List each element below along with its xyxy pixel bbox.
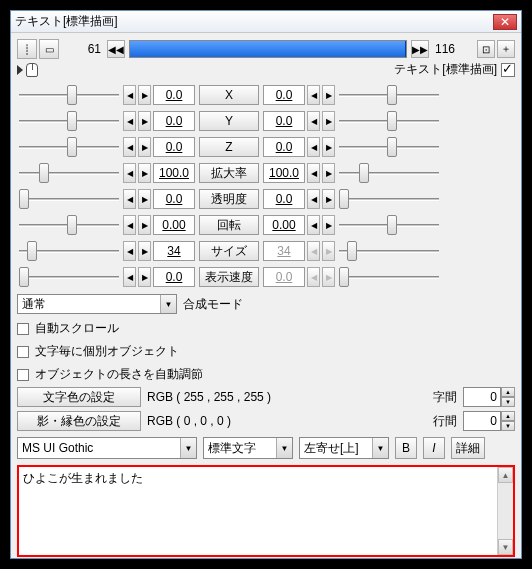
param-label-button[interactable]: X — [199, 85, 259, 105]
slider-right[interactable] — [339, 215, 439, 235]
inc-right-icon[interactable]: ▶ — [322, 215, 335, 235]
param-label-button[interactable]: サイズ — [199, 241, 259, 261]
inc-left-icon[interactable]: ▶ — [138, 163, 151, 183]
slider-left[interactable] — [19, 267, 119, 287]
dec-left-icon[interactable]: ◀ — [123, 189, 136, 209]
inc-left-icon[interactable]: ▶ — [138, 241, 151, 261]
align-select[interactable]: 左寄せ[上]▼ — [299, 437, 389, 459]
slider-left[interactable] — [19, 241, 119, 261]
slider-right[interactable] — [339, 85, 439, 105]
tool-icon-1[interactable]: ┊ — [17, 39, 37, 59]
slider-right[interactable] — [339, 163, 439, 183]
shadow-color-button[interactable]: 影・縁色の設定 — [17, 411, 141, 431]
inc-left-icon[interactable]: ▶ — [138, 85, 151, 105]
dec-right-icon[interactable]: ◀ — [307, 111, 320, 131]
value-right[interactable]: 0.0 — [263, 85, 305, 105]
font-family-select[interactable]: MS UI Gothic▼ — [17, 437, 197, 459]
value-right[interactable]: 0.0 — [263, 267, 305, 287]
dec-right-icon[interactable]: ◀ — [307, 267, 320, 287]
slider-left[interactable] — [19, 163, 119, 183]
value-right[interactable]: 0.0 — [263, 111, 305, 131]
slider-left[interactable] — [19, 111, 119, 131]
inc-left-icon[interactable]: ▶ — [138, 111, 151, 131]
param-label-button[interactable]: 回転 — [199, 215, 259, 235]
close-button[interactable]: ✕ — [493, 14, 517, 30]
param-label-button[interactable]: Z — [199, 137, 259, 157]
italic-button[interactable]: I — [423, 437, 445, 459]
inc-left-icon[interactable]: ▶ — [138, 189, 151, 209]
value-left[interactable]: 0.0 — [153, 111, 195, 131]
dec-left-icon[interactable]: ◀ — [123, 137, 136, 157]
param-label-button[interactable]: 透明度 — [199, 189, 259, 209]
rewind-button[interactable]: ◀◀ — [107, 40, 125, 58]
dec-left-icon[interactable]: ◀ — [123, 241, 136, 261]
value-left[interactable]: 0.0 — [153, 267, 195, 287]
forward-button[interactable]: ▶▶ — [411, 40, 429, 58]
value-left[interactable]: 0.00 — [153, 215, 195, 235]
object-enable-checkbox[interactable] — [501, 63, 515, 77]
value-right[interactable]: 0.0 — [263, 189, 305, 209]
dec-left-icon[interactable]: ◀ — [123, 163, 136, 183]
value-left[interactable]: 0.0 — [153, 189, 195, 209]
inc-left-icon[interactable]: ▶ — [138, 267, 151, 287]
leading-spin[interactable]: ▲▼ — [463, 411, 515, 431]
slider-right[interactable] — [339, 111, 439, 131]
dec-right-icon[interactable]: ◀ — [307, 163, 320, 183]
text-color-button[interactable]: 文字色の設定 — [17, 387, 141, 407]
inc-right-icon[interactable]: ▶ — [322, 241, 335, 261]
inc-right-icon[interactable]: ▶ — [322, 267, 335, 287]
scroll-up-icon[interactable]: ▲ — [498, 467, 513, 483]
inc-left-icon[interactable]: ▶ — [138, 137, 151, 157]
slider-left[interactable] — [19, 189, 119, 209]
value-right[interactable]: 0.00 — [263, 215, 305, 235]
tool-icon-2[interactable]: ▭ — [39, 39, 59, 59]
slider-right[interactable] — [339, 137, 439, 157]
param-label-button[interactable]: 拡大率 — [199, 163, 259, 183]
spin-up-icon[interactable]: ▲ — [501, 387, 515, 397]
inc-right-icon[interactable]: ▶ — [322, 111, 335, 131]
expand-icon[interactable] — [17, 65, 23, 75]
spin-down-icon[interactable]: ▼ — [501, 397, 515, 407]
dec-left-icon[interactable]: ◀ — [123, 85, 136, 105]
slider-left[interactable] — [19, 215, 119, 235]
slider-right[interactable] — [339, 267, 439, 287]
dec-right-icon[interactable]: ◀ — [307, 85, 320, 105]
pin-button[interactable]: ⊡ — [477, 40, 495, 58]
value-left[interactable]: 0.0 — [153, 85, 195, 105]
spacing-input[interactable] — [463, 387, 501, 407]
inc-right-icon[interactable]: ▶ — [322, 163, 335, 183]
scroll-down-icon[interactable]: ▼ — [498, 539, 513, 555]
scrollbar[interactable]: ▲ ▼ — [497, 467, 513, 555]
param-label-button[interactable]: Y — [199, 111, 259, 131]
value-right[interactable]: 0.0 — [263, 137, 305, 157]
bold-button[interactable]: B — [395, 437, 417, 459]
leading-input[interactable] — [463, 411, 501, 431]
slider-left[interactable] — [19, 85, 119, 105]
check-autolen[interactable]: オブジェクトの長さを自動調節 — [17, 366, 515, 383]
inc-right-icon[interactable]: ▶ — [322, 189, 335, 209]
dec-right-icon[interactable]: ◀ — [307, 137, 320, 157]
slider-right[interactable] — [339, 189, 439, 209]
spacing-spin[interactable]: ▲▼ — [463, 387, 515, 407]
value-right[interactable]: 100.0 — [263, 163, 305, 183]
value-left[interactable]: 100.0 — [153, 163, 195, 183]
dec-left-icon[interactable]: ◀ — [123, 267, 136, 287]
timeline-bar[interactable] — [129, 40, 407, 58]
add-button[interactable]: ＋ — [497, 40, 515, 58]
text-input[interactable] — [19, 467, 497, 555]
inc-right-icon[interactable]: ▶ — [322, 137, 335, 157]
value-left[interactable]: 0.0 — [153, 137, 195, 157]
dec-left-icon[interactable]: ◀ — [123, 111, 136, 131]
dec-right-icon[interactable]: ◀ — [307, 189, 320, 209]
detail-button[interactable]: 詳細 — [451, 437, 485, 459]
value-left[interactable]: 34 — [153, 241, 195, 261]
blend-select[interactable]: 通常 ▼ — [17, 294, 177, 314]
param-label-button[interactable]: 表示速度 — [199, 267, 259, 287]
dec-right-icon[interactable]: ◀ — [307, 215, 320, 235]
inc-left-icon[interactable]: ▶ — [138, 215, 151, 235]
inc-right-icon[interactable]: ▶ — [322, 85, 335, 105]
slider-left[interactable] — [19, 137, 119, 157]
slider-right[interactable] — [339, 241, 439, 261]
dec-right-icon[interactable]: ◀ — [307, 241, 320, 261]
check-perchar[interactable]: 文字毎に個別オブジェクト — [17, 343, 515, 360]
